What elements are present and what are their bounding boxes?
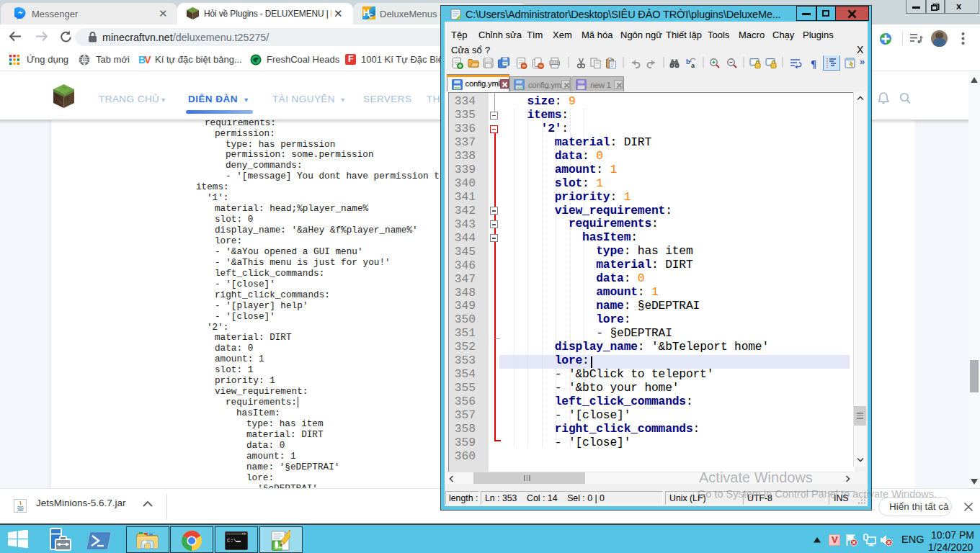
svg-text:C:\: C:\ bbox=[227, 538, 237, 544]
svg-text:c: c bbox=[369, 11, 373, 19]
svg-text:b: b bbox=[686, 58, 690, 66]
svg-text:¶: ¶ bbox=[811, 58, 816, 70]
svg-text:a: a bbox=[691, 62, 695, 69]
